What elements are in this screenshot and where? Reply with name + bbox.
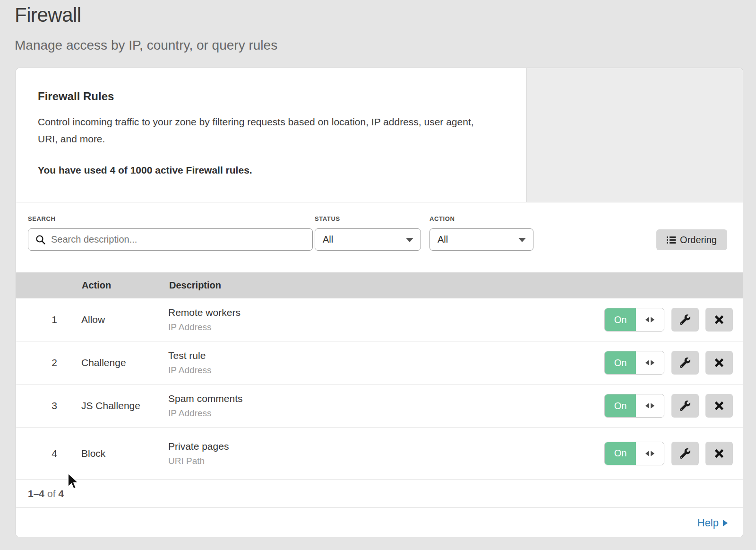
help-arrow-icon (723, 520, 728, 526)
rule-description: Private pages (168, 441, 229, 452)
rule-description: Remote workers (168, 307, 241, 318)
rule-description: Spam comments (168, 393, 243, 404)
rule-enable-toggle[interactable]: On (604, 442, 664, 465)
pagination-bar: 1–4 of 4 (16, 480, 743, 508)
status-label: STATUS (315, 215, 340, 222)
toggle-on-label[interactable]: On (605, 394, 636, 417)
toggle-on-label[interactable]: On (605, 442, 636, 465)
rule-action: JS Challenge (81, 384, 140, 427)
triangle-left-icon (645, 360, 649, 366)
column-header-description: Description (169, 280, 221, 291)
toggle-arrows-icon[interactable] (636, 442, 664, 465)
rule-number: 4 (40, 428, 69, 479)
delete-rule-button[interactable] (705, 394, 733, 418)
wrench-icon (680, 358, 690, 368)
rule-action: Challenge (81, 341, 126, 384)
intro-section: Firewall Rules Control incoming traffic … (16, 68, 743, 202)
toggle-on-label[interactable]: On (605, 351, 636, 374)
rule-controls: On (604, 351, 743, 375)
rule-match-type: IP Address (168, 408, 243, 419)
triangle-left-icon (645, 317, 649, 323)
rule-match-type: URI Path (168, 456, 229, 466)
rule-action: Block (81, 428, 105, 479)
action-label: ACTION (430, 215, 455, 222)
rules-list: 1 Allow Remote workers IP Address On (16, 298, 743, 480)
rule-description-cell: Private pages URI Path (168, 441, 229, 466)
rule-controls: On (604, 308, 743, 332)
firewall-rules-card: Firewall Rules Control incoming traffic … (16, 68, 743, 537)
edit-rule-button[interactable] (671, 394, 699, 418)
rule-description: Test rule (168, 350, 212, 361)
create-rule-panel: Create a Firewall rule (526, 68, 743, 202)
ordering-button-label: Ordering (680, 235, 717, 245)
rule-enable-toggle[interactable]: On (604, 351, 664, 375)
table-header: Action Description (16, 272, 743, 298)
triangle-right-icon (651, 451, 654, 456)
intro-heading: Firewall Rules (38, 90, 114, 103)
card-footer: Help (16, 508, 743, 537)
toggle-arrows-icon[interactable] (636, 394, 664, 417)
table-row: 1 Allow Remote workers IP Address On (16, 298, 743, 341)
page-title: Firewall (15, 4, 81, 26)
rule-controls: On (604, 394, 743, 418)
action-select-value: All (438, 234, 448, 245)
rule-enable-toggle[interactable]: On (604, 394, 664, 418)
help-link[interactable]: Help (697, 517, 728, 529)
ordering-button[interactable]: Ordering (656, 229, 727, 250)
rule-description-cell: Remote workers IP Address (168, 307, 241, 332)
action-select[interactable]: All (430, 228, 533, 251)
edit-rule-button[interactable] (671, 442, 699, 465)
triangle-right-icon (651, 360, 654, 366)
triangle-right-icon (651, 403, 654, 409)
rule-match-type: IP Address (168, 322, 241, 332)
pagination-of: of (47, 488, 56, 499)
column-header-action: Action (82, 280, 111, 291)
toggle-arrows-icon[interactable] (636, 308, 664, 331)
status-select[interactable]: All (315, 228, 421, 251)
rule-description-cell: Spam comments IP Address (168, 393, 243, 419)
firewall-page: Firewall Manage access by IP, country, o… (0, 0, 756, 550)
pagination-total: 4 (59, 488, 64, 499)
rule-enable-toggle[interactable]: On (604, 308, 664, 332)
table-row: 2 Challenge Test rule IP Address On (16, 341, 743, 384)
wrench-icon (680, 448, 690, 459)
close-icon (714, 358, 724, 368)
toggle-arrows-icon[interactable] (636, 351, 664, 374)
page-subtitle: Manage access by IP, country, or query r… (15, 38, 277, 53)
delete-rule-button[interactable] (705, 308, 733, 332)
rule-action: Allow (81, 298, 105, 341)
rule-description-cell: Test rule IP Address (168, 350, 212, 375)
delete-rule-button[interactable] (705, 442, 733, 465)
rule-controls: On (604, 442, 743, 465)
chevron-down-icon (406, 238, 413, 242)
rules-usage-text: You have used 4 of 1000 active Firewall … (38, 165, 252, 176)
chevron-down-icon (518, 238, 526, 242)
status-select-value: All (323, 234, 333, 245)
triangle-left-icon (645, 403, 649, 409)
rule-number: 3 (40, 384, 69, 427)
rule-match-type: IP Address (168, 365, 212, 375)
help-link-label: Help (697, 517, 719, 529)
table-row: 4 Block Private pages URI Path On (16, 428, 743, 480)
intro-description: Control incoming traffic to your zone by… (38, 113, 487, 148)
edit-rule-button[interactable] (671, 351, 699, 375)
search-icon (35, 234, 46, 245)
search-field-wrap (28, 228, 313, 251)
ordering-icon (667, 236, 676, 244)
wrench-icon (680, 314, 690, 325)
close-icon (714, 314, 724, 325)
delete-rule-button[interactable] (705, 351, 733, 375)
search-label: SEARCH (28, 215, 56, 222)
edit-rule-button[interactable] (671, 308, 699, 332)
close-icon (714, 448, 724, 459)
rule-number: 2 (40, 341, 69, 384)
triangle-right-icon (651, 317, 654, 323)
toggle-on-label[interactable]: On (605, 308, 636, 331)
search-input[interactable] (28, 228, 313, 251)
intro-text-panel: Firewall Rules Control incoming traffic … (16, 68, 526, 202)
triangle-left-icon (645, 451, 649, 456)
filters-bar: SEARCH STATUS ACTION All All Orderin (16, 203, 743, 272)
pagination-range: 1–4 (28, 488, 44, 499)
wrench-icon (680, 401, 690, 411)
rule-number: 1 (40, 298, 69, 341)
